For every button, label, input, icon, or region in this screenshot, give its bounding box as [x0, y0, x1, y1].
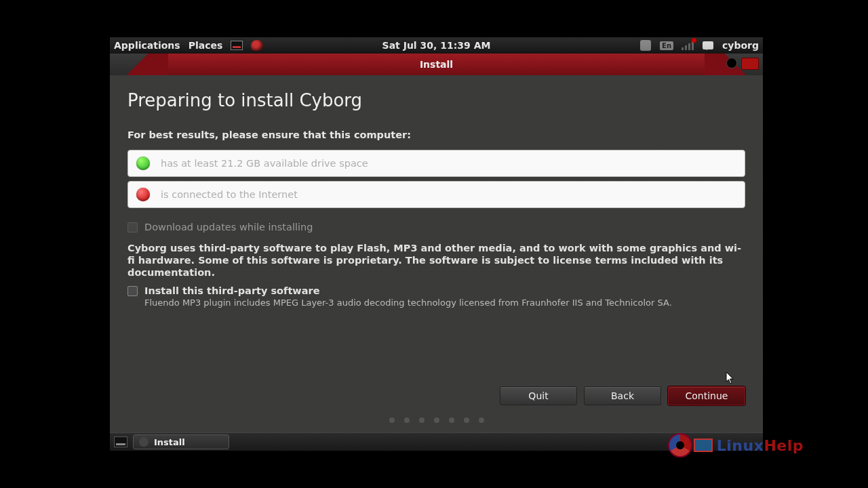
- dot-icon: [464, 418, 469, 423]
- dot-icon: [404, 418, 410, 423]
- checkbox-label: Install this third-party software: [144, 285, 319, 296]
- watermark: LinuxHelp: [668, 433, 804, 458]
- continue-button[interactable]: Continue: [668, 386, 745, 405]
- thirdparty-sublabel: Fluendo MP3 plugin includes MPEG Layer-3…: [144, 298, 745, 308]
- taskbar-item-install[interactable]: Install: [133, 434, 229, 449]
- watermark-thumb-icon: [694, 439, 713, 452]
- status-ok-icon: [136, 157, 150, 170]
- show-desktop-icon[interactable]: [114, 436, 127, 447]
- dot-icon: [389, 418, 395, 423]
- thirdparty-description: Cyborg uses third-party software to play…: [127, 242, 745, 279]
- window-title: Install: [420, 59, 453, 70]
- watermark-logo-icon: [668, 433, 692, 458]
- menu-places[interactable]: Places: [189, 40, 223, 51]
- checkbox-icon: [127, 222, 138, 232]
- dot-icon: [449, 418, 454, 423]
- checkbox-thirdparty[interactable]: Install this third-party software: [127, 285, 745, 296]
- button-row: Quit Back Continue: [127, 373, 745, 405]
- dot-icon: [419, 418, 425, 423]
- check-row-internet: is connected to the Internet: [127, 181, 745, 208]
- swirl-icon[interactable]: [251, 39, 263, 52]
- checkbox-label: Download updates while installing: [144, 222, 313, 232]
- quit-button[interactable]: Quit: [500, 386, 577, 405]
- network-icon[interactable]: [682, 39, 694, 52]
- status-fail-icon: [136, 188, 150, 201]
- user-menu[interactable]: cyborg: [722, 40, 759, 51]
- desktop: Applications Places Sat Jul 30, 11:39 AM…: [110, 37, 763, 451]
- dot-icon: [479, 418, 484, 423]
- bottom-taskbar: Install: [110, 432, 763, 451]
- minimize-button[interactable]: [726, 58, 737, 68]
- app-icon: [139, 437, 149, 447]
- checkbox-download-updates: Download updates while installing: [127, 222, 745, 232]
- close-button[interactable]: [741, 58, 759, 70]
- titlebar[interactable]: Install: [110, 54, 763, 75]
- page-indicator: [127, 418, 745, 423]
- page-title: Preparing to install Cyborg: [127, 90, 745, 110]
- monitor-icon[interactable]: [231, 39, 243, 52]
- installer-content: Preparing to install Cyborg For best res…: [110, 75, 763, 432]
- watermark-text: LinuxHelp: [717, 437, 804, 454]
- check-label-drive-space: has at least 21.2 GB available drive spa…: [161, 158, 368, 169]
- dot-icon: [434, 418, 439, 423]
- messaging-icon[interactable]: [702, 39, 714, 52]
- update-manager-icon[interactable]: [639, 39, 652, 52]
- check-row-drive-space: has at least 21.2 GB available drive spa…: [127, 150, 745, 177]
- taskbar-item-label: Install: [154, 437, 185, 447]
- checkbox-icon[interactable]: [127, 286, 138, 296]
- installer-window: Install Preparing to install Cyborg For …: [110, 54, 763, 432]
- keyboard-language-indicator[interactable]: En: [660, 41, 673, 50]
- top-panel: Applications Places Sat Jul 30, 11:39 AM…: [110, 37, 763, 54]
- clock[interactable]: Sat Jul 30, 11:39 AM: [382, 40, 491, 51]
- menu-applications[interactable]: Applications: [114, 40, 180, 51]
- check-label-internet: is connected to the Internet: [161, 189, 298, 200]
- back-button[interactable]: Back: [584, 386, 661, 405]
- subheading: For best results, please ensure that thi…: [127, 129, 745, 140]
